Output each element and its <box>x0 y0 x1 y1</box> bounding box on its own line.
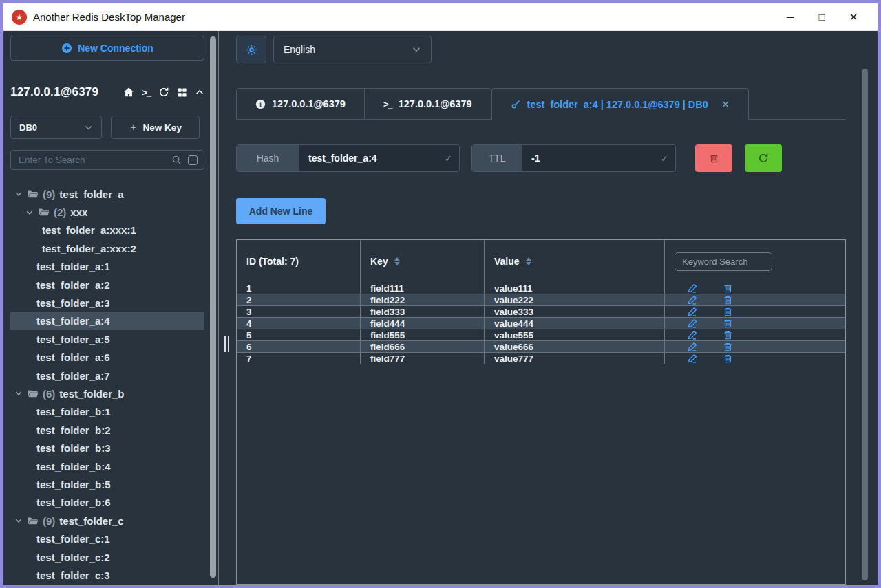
hash-table: ID (Total: 7) Key Value 1 field111 value… <box>236 239 846 585</box>
edit-icon[interactable] <box>687 318 698 329</box>
tree-key[interactable]: test_folder_b:2 <box>10 421 204 439</box>
table-body: 1 field111 value111 2 field222 value222 … <box>237 283 845 364</box>
confirm-check-icon[interactable]: ✓ <box>445 153 452 164</box>
tree-folder[interactable]: (6) test_folder_b <box>10 384 204 402</box>
language-select[interactable]: English <box>273 36 432 63</box>
cell-actions <box>665 353 845 364</box>
chevron-down-icon[interactable] <box>14 190 23 198</box>
folder-label: test_folder_c <box>59 515 123 527</box>
main-scrollbar[interactable] <box>862 69 868 580</box>
connection-header[interactable]: 127.0.0.1@6379 >_ <box>10 84 204 100</box>
cell-actions <box>665 341 845 352</box>
key-name-group: Hash ✓ <box>236 144 460 172</box>
tree-key[interactable]: test_folder_a:4 <box>10 312 204 330</box>
gear-icon <box>246 44 257 56</box>
ttl-input[interactable] <box>522 153 675 164</box>
edit-icon[interactable] <box>687 306 698 317</box>
delete-icon[interactable] <box>723 307 733 317</box>
key-label: test_folder_a:4 <box>36 315 110 327</box>
tree-folder[interactable]: (9) test_folder_a <box>10 185 204 203</box>
tree-key[interactable]: test_folder_c:2 <box>10 548 204 566</box>
table-row: 3 field333 value333 <box>237 305 845 317</box>
edit-icon[interactable] <box>687 283 698 294</box>
key-search-input[interactable] <box>17 154 171 166</box>
delete-icon[interactable] <box>723 342 733 352</box>
tree-key[interactable]: test_folder_a:xxx:1 <box>10 221 204 239</box>
folder-key-count: (9) <box>43 515 55 527</box>
tree-folder[interactable]: (2) xxx <box>10 203 204 221</box>
tab-label: 127.0.0.1@6379 <box>399 98 472 109</box>
edit-icon[interactable] <box>687 341 698 352</box>
tab[interactable]: >_ 127.0.0.1@6379 <box>364 89 491 119</box>
tree-key[interactable]: test_folder_b:4 <box>10 457 204 475</box>
tree-key[interactable]: test_folder_a:5 <box>10 330 204 348</box>
new-key-label: New Key <box>143 122 182 133</box>
cell-key: field111 <box>361 283 485 294</box>
grid-icon[interactable] <box>177 87 187 98</box>
tab[interactable]: test_folder_a:4 | 127.0.0.1@6379 | DB0 ✕ <box>491 88 750 120</box>
table-row: 1 field111 value111 <box>237 283 845 294</box>
delete-icon[interactable] <box>723 353 733 364</box>
close-button[interactable]: ✕ <box>838 6 869 28</box>
new-connection-button[interactable]: New Connection <box>10 36 204 61</box>
delete-icon[interactable] <box>723 318 733 329</box>
new-connection-label: New Connection <box>78 43 153 54</box>
tree-key[interactable]: test_folder_a:1 <box>10 258 204 276</box>
tree-key[interactable]: test_folder_c:3 <box>10 566 204 584</box>
cell-id: 7 <box>237 353 361 364</box>
db-select[interactable]: DB0 <box>10 116 102 139</box>
cell-actions <box>665 306 845 317</box>
delete-icon[interactable] <box>723 283 733 294</box>
delete-icon[interactable] <box>723 295 733 305</box>
tree-key[interactable]: test_folder_a:2 <box>10 276 204 294</box>
confirm-check-icon[interactable]: ✓ <box>661 153 668 164</box>
chevron-down-icon <box>84 123 93 132</box>
refresh-key-button[interactable] <box>745 144 782 172</box>
exact-search-checkbox[interactable] <box>188 155 198 165</box>
plus-circle-icon <box>61 43 72 54</box>
key-name-input[interactable] <box>299 153 459 164</box>
chevron-down-icon[interactable] <box>14 516 23 525</box>
tree-key[interactable]: test_folder_b:3 <box>10 439 204 457</box>
chevron-down-icon[interactable] <box>25 208 34 217</box>
sort-icon[interactable] <box>526 257 531 265</box>
cell-actions <box>665 318 845 329</box>
settings-button[interactable] <box>236 36 266 63</box>
edit-icon[interactable] <box>687 329 698 340</box>
tree-key[interactable]: test_folder_a:7 <box>10 367 204 384</box>
chevron-down-icon[interactable] <box>14 389 23 398</box>
add-new-line-button[interactable]: Add New Line <box>236 198 326 224</box>
key-label: test_folder_b:4 <box>36 461 111 472</box>
tree-key[interactable]: test_folder_a:xxx:2 <box>10 239 204 257</box>
tab-close-icon[interactable]: ✕ <box>721 98 730 111</box>
refresh-icon[interactable] <box>158 87 169 98</box>
tree-key[interactable]: test_folder_a:3 <box>10 294 204 312</box>
chevron-up-icon[interactable] <box>195 87 204 97</box>
tree-key[interactable]: test_folder_a:6 <box>10 349 204 367</box>
maximize-button[interactable]: □ <box>806 6 838 28</box>
folder-key-count: (9) <box>43 188 55 200</box>
db-select-value: DB0 <box>19 122 37 133</box>
header-value[interactable]: Value <box>485 240 665 283</box>
tree-folder[interactable]: (9) test_folder_c <box>10 512 204 530</box>
delete-icon[interactable] <box>723 330 733 340</box>
sidebar-scrollbar[interactable] <box>210 36 216 578</box>
header-key[interactable]: Key <box>361 240 485 283</box>
tree-key[interactable]: test_folder_c:1 <box>10 530 204 547</box>
new-key-button[interactable]: ＋ New Key <box>111 116 200 139</box>
keyword-search-input[interactable] <box>675 252 772 271</box>
tab[interactable]: i 127.0.0.1@6379 <box>237 89 364 119</box>
minimize-button[interactable]: ─ <box>774 6 806 28</box>
edit-icon[interactable] <box>687 294 698 305</box>
tree-key[interactable]: test_folder_b:6 <box>10 494 204 512</box>
cell-key: field333 <box>361 306 485 317</box>
tree-key[interactable]: test_folder_b:5 <box>10 475 204 493</box>
tree-key[interactable]: test_folder_b:1 <box>10 403 204 421</box>
terminal-icon[interactable]: >_ <box>142 87 151 98</box>
sort-icon[interactable] <box>394 257 400 265</box>
delete-key-button[interactable] <box>695 144 732 172</box>
search-icon[interactable] <box>171 155 182 165</box>
edit-icon[interactable] <box>687 353 698 364</box>
home-icon[interactable] <box>123 87 134 98</box>
folder-open-icon <box>27 388 39 400</box>
